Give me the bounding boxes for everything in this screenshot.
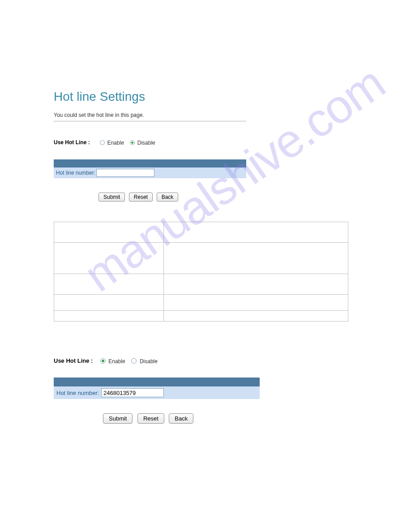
use-hot-line-label-2: Use Hot Line :: [54, 357, 98, 364]
hot-line-table: Hot line number:: [54, 159, 246, 178]
disable-radio-label: Disable: [137, 140, 155, 146]
table-header-bar-2: [54, 378, 260, 386]
hot-line-number-label: Hot line number:: [56, 170, 96, 176]
submit-button-2[interactable]: Submit: [103, 413, 133, 424]
enable-radio-label: Enable: [107, 140, 124, 146]
hot-line-number-input[interactable]: [96, 169, 154, 177]
hot-line-number-input-2[interactable]: [101, 388, 164, 397]
page-description: You could set the hot line in this page.: [54, 112, 357, 118]
reset-button-2[interactable]: Reset: [137, 413, 164, 424]
page-container: Hot line Settings You could set the hot …: [0, 0, 411, 424]
divider: [54, 121, 246, 121]
disable-radio-icon: [130, 140, 135, 145]
submit-button[interactable]: Submit: [98, 193, 125, 202]
use-hot-line-row: Use Hot Line : Enable Disable: [54, 139, 357, 146]
hot-line-number-label-2: Hot line number:: [56, 390, 101, 396]
button-row-2: Submit Reset Back: [103, 413, 357, 424]
button-row: Submit Reset Back: [98, 193, 357, 202]
hot-line-number-row-2: Hot line number:: [54, 386, 260, 399]
hot-line-radio-group: Enable Disable: [100, 139, 159, 146]
disable-radio-icon-2: [131, 358, 137, 364]
use-hot-line-label: Use Hot Line :: [54, 139, 98, 146]
use-hot-line-row-2: Use Hot Line : Enable Disable: [54, 357, 357, 365]
table-header-bar: [54, 159, 246, 167]
disable-radio-item[interactable]: Disable: [130, 139, 155, 146]
back-button-2[interactable]: Back: [169, 413, 193, 424]
section-two: Use Hot Line : Enable Disable Hot line n…: [54, 357, 357, 424]
enable-radio-icon: [100, 140, 105, 145]
hot-line-radio-group-2: Enable Disable: [100, 357, 162, 365]
reset-button[interactable]: Reset: [129, 193, 153, 202]
hot-line-number-row: Hot line number:: [54, 167, 246, 178]
enable-radio-icon-2: [100, 358, 106, 364]
back-button[interactable]: Back: [157, 193, 179, 202]
enable-radio-label-2: Enable: [108, 358, 125, 364]
page-title: Hot line Settings: [54, 90, 357, 104]
enable-radio-item[interactable]: Enable: [100, 139, 124, 146]
hot-line-table-2: Hot line number:: [54, 378, 260, 399]
disable-radio-item-2[interactable]: Disable: [131, 357, 158, 365]
empty-grid-table: [54, 222, 348, 322]
disable-radio-label-2: Disable: [140, 358, 158, 364]
enable-radio-item-2[interactable]: Enable: [100, 357, 125, 365]
